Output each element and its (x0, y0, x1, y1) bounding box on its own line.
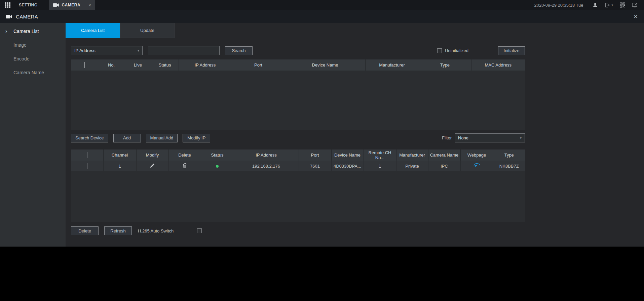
col-type: Type (493, 149, 525, 161)
tab-update[interactable]: Update (120, 23, 175, 38)
uninitialized-checkbox[interactable] (437, 48, 442, 53)
user-icon[interactable] (593, 2, 598, 8)
added-table-select-all-checkbox[interactable] (87, 152, 87, 158)
col-channel: Channel (103, 149, 136, 161)
main-tabs: Camera List Update (66, 23, 644, 38)
datetime: 2020-09-29 20:35:18 Tue (534, 3, 583, 8)
h265-auto-switch-checkbox[interactable] (197, 228, 202, 233)
row-checkbox[interactable] (87, 163, 87, 169)
main-panel: Camera List Update IP Address ▾ Search U… (66, 23, 644, 247)
sidebar-item-encode[interactable]: Encode (0, 52, 66, 66)
setting-tab-label: SETTING (19, 3, 38, 7)
trash-icon[interactable] (183, 163, 187, 168)
camera-tab-close-icon[interactable]: × (88, 3, 91, 8)
row-type: NK8BB7Z (493, 161, 525, 171)
device-table-select-all-cell (71, 59, 98, 71)
top-tab-setting[interactable]: SETTING (15, 0, 49, 10)
col-device-name: Device Name (285, 59, 365, 71)
main-menu-button[interactable] (0, 0, 15, 10)
col-status: Status (151, 59, 179, 71)
window-title-bar: CAMERA — ✕ (0, 10, 644, 23)
col-status: Status (201, 149, 234, 161)
tab-camera-list[interactable]: Camera List (66, 23, 120, 38)
minimize-button[interactable]: — (621, 14, 626, 19)
row-status-cell (201, 161, 234, 171)
refresh-button[interactable]: Refresh (104, 226, 132, 235)
device-table-select-all-checkbox[interactable] (84, 62, 85, 68)
row-modify-cell (136, 161, 168, 171)
add-button[interactable]: Add (113, 134, 141, 142)
grid-icon (5, 2, 10, 8)
row-select-cell (71, 161, 103, 171)
chevron-down-icon: ▾ (520, 136, 522, 140)
h265-auto-switch-label: H.265 Auto Switch (138, 228, 174, 233)
col-mac-address: MAC Address (471, 59, 525, 71)
logout-chevron-icon: ▾ (611, 3, 613, 7)
filter-label: Filter (442, 135, 452, 140)
sidebar-item-image[interactable]: Image (0, 38, 66, 52)
table-row: 1 (71, 161, 525, 171)
close-button[interactable]: ✕ (634, 13, 638, 20)
col-delete: Delete (168, 149, 201, 161)
col-port: Port (232, 59, 285, 71)
camera-icon (53, 3, 59, 7)
camera-title-icon (6, 14, 12, 19)
manual-add-button[interactable]: Manual Add (146, 134, 178, 142)
row-port: 7601 (299, 161, 331, 171)
row-delete-cell (168, 161, 201, 171)
ie-browser-icon[interactable]: e (473, 163, 480, 169)
footer-row: Delete Refresh H.265 Auto Switch (71, 226, 525, 235)
col-ip-address: IP Address (234, 149, 299, 161)
row-manufacturer: Private (396, 161, 428, 171)
top-bar-right: 2020-09-29 20:35:18 Tue ▾ (534, 0, 644, 10)
top-tab-camera[interactable]: CAMERA × (49, 0, 96, 10)
sidebar-item-label: Encode (13, 56, 29, 61)
chevron-down-icon: ▾ (138, 49, 139, 52)
search-type-value: IP Address (74, 48, 96, 53)
qr-code-icon[interactable] (620, 2, 625, 8)
col-no: No. (98, 59, 125, 71)
delete-button[interactable]: Delete (71, 226, 99, 235)
added-table-select-all-cell (71, 149, 103, 161)
filter-dropdown[interactable]: None ▾ (455, 133, 525, 142)
row-webpage-cell: e (460, 161, 493, 171)
content: IP Address ▾ Search Uninitialized Initia… (71, 46, 525, 235)
device-table-header-row: No. Live Status IP Address Port Device N… (71, 59, 525, 71)
window-title: CAMERA (16, 14, 38, 19)
actions-row: Search Device Add Manual Add Modify IP F… (71, 133, 525, 142)
search-input[interactable] (148, 46, 220, 55)
initialize-button[interactable]: Initialize (498, 46, 525, 55)
status-online-icon (216, 165, 219, 168)
sidebar-item-label: Camera List (13, 29, 39, 34)
uninitialized-label: Uninitialized (445, 48, 468, 53)
camera-tab-label: CAMERA (62, 3, 81, 7)
logout-icon[interactable]: ▾ (605, 2, 613, 8)
col-webpage: Webpage (460, 149, 493, 161)
col-type: Type (419, 59, 471, 71)
col-manufacturer: Manufacturer (396, 149, 428, 161)
added-table-grid: Channel Modify Delete Status IP Address … (71, 149, 525, 171)
filter-value: None (458, 135, 468, 140)
sidebar: › Camera List Image Encode Camera Name (0, 23, 66, 247)
sidebar-item-camera-list[interactable]: › Camera List (0, 24, 66, 38)
col-modify: Modify (136, 149, 168, 161)
col-ip-address: IP Address (179, 59, 232, 71)
pencil-icon[interactable] (150, 163, 155, 168)
search-type-dropdown[interactable]: IP Address ▾ (71, 46, 143, 55)
search-row: IP Address ▾ Search Uninitialized Initia… (71, 46, 525, 55)
sidebar-item-camera-name[interactable]: Camera Name (0, 66, 66, 79)
search-row-right: Uninitialized Initialize (437, 46, 525, 55)
sidebar-item-label: Image (13, 42, 27, 48)
col-manufacturer: Manufacturer (365, 59, 419, 71)
added-table-header-row: Channel Modify Delete Status IP Address … (71, 149, 525, 161)
row-remote-ch-no: 1 (364, 161, 396, 171)
sidebar-item-label: Camera Name (13, 70, 44, 75)
search-button[interactable]: Search (225, 46, 253, 55)
search-device-button[interactable]: Search Device (71, 134, 108, 142)
display-icon[interactable] (632, 2, 638, 8)
col-camera-name: Camera Name (428, 149, 460, 161)
added-table: Channel Modify Delete Status IP Address … (71, 149, 525, 222)
modify-ip-button[interactable]: Modify IP (183, 134, 210, 142)
screen: SETTING CAMERA × 2020-09-29 20:35:18 Tue (0, 0, 644, 301)
device-table-grid: No. Live Status IP Address Port Device N… (71, 59, 525, 71)
